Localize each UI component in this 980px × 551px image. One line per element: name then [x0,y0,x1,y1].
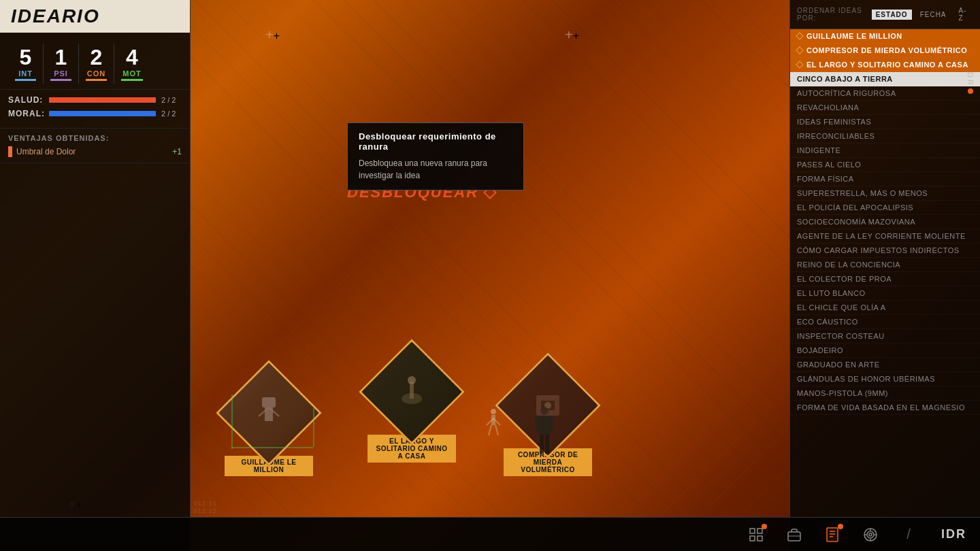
idea-list-item[interactable]: FORMA DE VIDA BASADA EN EL MAGNESIO [790,401,980,415]
bottom-toolbar: / IDR [0,517,980,551]
stat-mot: 4 MOT [114,44,150,84]
toolbar-ideario-icon[interactable] [820,522,845,547]
idea-list-item[interactable]: SOCIOECONOMÍA MAZOVIANA [790,215,980,229]
sort-bar: ORDENAR IDEAS POR: ESTADO FECHA A-Z [790,0,980,29]
toolbar-badge-ideario [838,524,843,529]
stat-psi: 1 PSI [44,44,79,84]
left-panel: IDEARIO 5 INT 1 PSI 2 CON 4 MOT SALUD: [0,0,191,551]
sort-by-fecha[interactable]: FECHA [916,10,951,20]
sort-by-estado[interactable]: ESTADO [872,10,912,20]
health-value: 2 / 2 [161,96,182,104]
stat-mot-bar [121,79,143,81]
svg-point-6 [408,376,416,384]
toolbar-skills-icon[interactable] [858,522,883,547]
moral-track [49,111,156,116]
svg-line-15 [495,425,498,435]
right-panel: ORDENAR IDEAS POR: ESTADO FECHA A-Z GUIL… [789,0,980,551]
idea-label-text: PASES AL CIELO [797,161,861,169]
idea-label-text: INSPECTOR COSTEAU [797,332,885,340]
connector-line-2 [231,447,313,448]
idea-list-item[interactable]: EL CHICLE QUE OLÍA A [790,301,980,315]
stat-con-value: 2 [91,46,103,68]
card-guillaume[interactable]: GUILLAUME LE MILLION [225,375,313,476]
idea-list-item[interactable]: REVACHOLIANA [790,101,980,115]
idea-list-item[interactable]: IRRECONCILIABLES [790,129,980,144]
idea-label-text: GUILLAUME LE MILLION [806,32,902,40]
connector-line-1 [231,395,233,449]
idea-list-item[interactable]: INDIGENTE [790,144,980,158]
ventaja-item: Umbral de Dolor +1 [8,146,182,157]
idea-list-item[interactable]: INSPECTOR COSTEAU [790,329,980,344]
idea-list-item[interactable]: EL COLECTOR DE PROA [790,272,980,286]
stat-con: 2 CON [79,44,114,84]
svg-point-10 [491,409,496,414]
idea-list-item[interactable]: AUTOCRÍTICA RIGUROSA [790,86,980,101]
idea-list-item[interactable]: REINO DE LA CONCIENCIA [790,258,980,272]
health-moral-section: SALUD: 2 / 2 MORAL: 2 / 2 [0,90,190,129]
stat-int-value: 5 [20,46,32,68]
svg-point-34 [869,533,872,536]
sort-by-az[interactable]: A-Z [955,5,973,23]
idea-list-item[interactable]: EL POLICÍA DEL APOCALIPSIS [790,201,980,215]
idea-label-text: SOCIOECONOMÍA MAZOVIANA [797,218,915,226]
idea-list-item[interactable]: PASES AL CIELO [790,158,980,172]
idea-list-item[interactable]: IDEAS FEMINISTAS [790,115,980,129]
stat-con-bar [86,79,107,81]
idea-list-item[interactable]: BOJADEIRO [790,344,980,358]
stat-int: 5 INT [8,44,44,84]
svg-point-33 [867,531,874,538]
idea-label-text: EL LUTO BLANCO [797,289,866,297]
idea-label-text: GLÁNDULAS DE HONOR UBÉRIMAS [797,375,935,383]
moral-row: MORAL: 2 / 2 [8,109,182,118]
idea-list-item[interactable]: CINCO ABAJO A TIERRA [790,72,980,86]
idea-list-item[interactable]: MANOS-PISTOLA (9MM) [790,386,980,401]
stat-psi-value: 1 [55,46,67,68]
idea-list-item[interactable]: GLÁNDULAS DE HONOR UBÉRIMAS [790,372,980,386]
idea-label-text: CÓMO CARGAR IMPUESTOS INDIRECTOS [797,246,960,254]
svg-rect-23 [757,529,762,533]
idea-list-item[interactable]: EL LUTO BLANCO [790,286,980,301]
idea-label-text: IDEAS FEMINISTAS [797,118,871,126]
svg-rect-25 [757,536,762,541]
person-figure [531,405,558,463]
idea-list: GUILLAUME LE MILLIONCOMPRESOR DE MIERDA … [790,29,980,519]
idea-label-text: GRADUADO EN ARTE [797,361,880,369]
svg-rect-24 [750,536,755,541]
idea-label-text: REVACHOLIANA [797,103,859,112]
stat-psi-bar [50,79,71,81]
svg-rect-0 [262,397,276,407]
toolbar-inventory-icon[interactable] [782,522,806,547]
ventaja-bonus: +1 [172,147,182,156]
card-camino[interactable]: EL LARGO Y SOLITARIO CAMINO A CASA [368,354,456,463]
idea-label-text: CINCO ABAJO A TIERRA [797,75,893,83]
svg-rect-28 [827,528,838,541]
stat-psi-label: PSI [54,69,68,78]
idea-label-text: FORMA FÍSICA [797,175,854,183]
orange-dot-indicator [968,88,973,94]
idea-label-text: INDIGENTE [797,146,840,154]
coord-text-2: 012:12 [194,507,217,514]
idea-label-text: COMPRESOR DE MIERDA VOLUMÉTRICO [806,46,967,54]
moral-value: 2 / 2 [161,110,182,118]
idea-list-item[interactable]: GRADUADO EN ARTE [790,358,980,372]
idea-list-item[interactable]: AGENTE DE LA LEY CORRIENTE MOLIENTE [790,229,980,244]
health-track [49,97,156,103]
svg-rect-22 [750,529,755,533]
stat-mot-value: 4 [126,46,138,68]
idea-list-item[interactable]: SUPERESTRELLA, MÁS O MENOS [790,186,980,201]
idea-list-item[interactable]: EL LARGO Y SOLITARIO CAMINO A CASA [790,58,980,72]
toolbar-separator: / [896,522,921,547]
idea-list-item[interactable]: ECO CÁUSTICO [790,315,980,329]
ventaja-name: Umbral de Dolor [16,147,76,156]
tooltip-body: Desbloquea una nueva ranura para investi… [359,157,512,182]
idea-list-item[interactable]: FORMA FÍSICA [790,172,980,186]
moral-fill [49,111,156,116]
idea-list-item[interactable]: GUILLAUME LE MILLION [790,29,980,44]
svg-rect-21 [545,435,549,454]
idea-label-text: EL LARGO Y SOLITARIO CAMINO A CASA [806,61,968,69]
idea-list-item[interactable]: CÓMO CARGAR IMPUESTOS INDIRECTOS [790,244,980,258]
idea-list-item[interactable]: COMPRESOR DE MIERDA VOLUMÉTRICO [790,44,980,58]
idea-diamond-icon [796,32,803,39]
idea-diamond-icon [796,46,803,54]
toolbar-map-icon[interactable] [744,522,768,547]
